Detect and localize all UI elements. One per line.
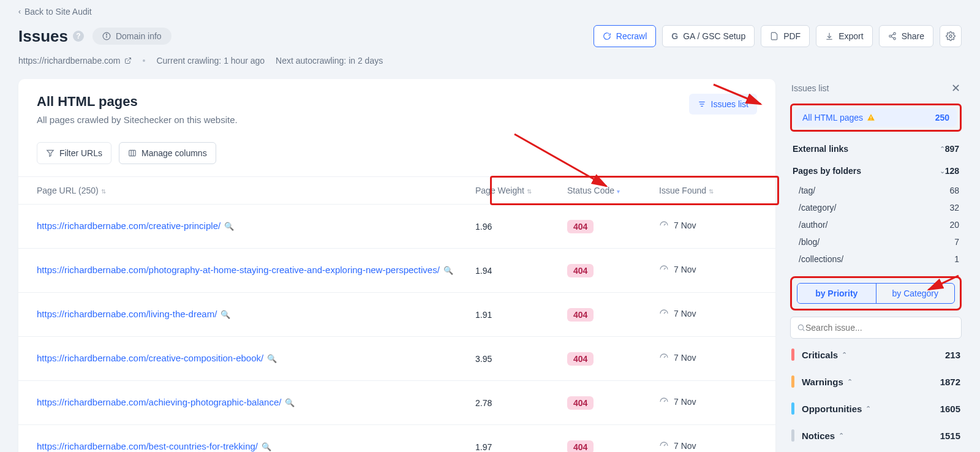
inspect-icon[interactable]: 🔍 bbox=[285, 398, 295, 407]
sidebar-item-external-links[interactable]: External links ⌃ 897 bbox=[790, 138, 962, 160]
status-code-badge: 404 bbox=[567, 352, 594, 366]
filter-urls-label: Filter URLs bbox=[59, 148, 102, 158]
page-weight-cell: 1.91 bbox=[475, 310, 567, 320]
category-color-bar bbox=[791, 348, 794, 361]
inspect-icon[interactable]: 🔍 bbox=[221, 310, 230, 319]
folder-item[interactable]: /tag/68 bbox=[796, 182, 962, 199]
page-url-link[interactable]: https://richardbernabe.com/creative-prin… bbox=[37, 220, 221, 231]
issue-found-date: 7 Nov bbox=[674, 309, 696, 318]
folder-label: /tag/ bbox=[799, 186, 815, 195]
folder-item[interactable]: /blog/7 bbox=[796, 233, 962, 250]
help-icon[interactable]: ? bbox=[73, 31, 84, 42]
page-weight-cell: 1.96 bbox=[475, 222, 567, 232]
chevron-up-icon: ⌃ bbox=[847, 378, 853, 386]
inspect-icon[interactable]: 🔍 bbox=[443, 266, 453, 275]
folder-count: 68 bbox=[949, 186, 959, 195]
recrawl-button[interactable]: Recrawl bbox=[594, 25, 657, 47]
table-header: Page URL (250)⇅ Page Weight⇅ Status Code… bbox=[18, 176, 775, 204]
pdf-button[interactable]: PDF bbox=[761, 25, 810, 47]
chevron-up-icon: ⌃ bbox=[865, 405, 871, 413]
inspect-icon[interactable]: 🔍 bbox=[262, 442, 271, 451]
column-weight-label: Page Weight bbox=[475, 186, 524, 195]
sidebar-title: Issues list bbox=[791, 83, 829, 93]
pages-by-folders-label: Pages by folders bbox=[793, 166, 936, 176]
column-page-url-label: Page URL (250) bbox=[37, 186, 99, 195]
list-icon bbox=[698, 100, 706, 108]
gauge-icon bbox=[659, 220, 669, 230]
folder-item[interactable]: /collections/1 bbox=[796, 250, 962, 268]
search-issue-input[interactable] bbox=[805, 323, 955, 333]
category-item[interactable]: Opportunities⌃1605 bbox=[790, 397, 962, 420]
separator-dot: • bbox=[143, 56, 146, 66]
tab-by-priority[interactable]: by Priority bbox=[797, 284, 876, 303]
all-html-pages-count: 250 bbox=[935, 113, 949, 122]
external-link-icon bbox=[124, 57, 132, 64]
category-count: 1515 bbox=[940, 431, 960, 441]
category-item[interactable]: Notices⌃1515 bbox=[790, 424, 962, 446]
table-row[interactable]: https://richardbernabe.com/best-countrie… bbox=[18, 424, 775, 452]
folder-count: 7 bbox=[954, 237, 959, 247]
folder-count: 20 bbox=[949, 220, 959, 230]
status-code-badge: 404 bbox=[567, 396, 594, 410]
back-link-label: Back to Site Audit bbox=[24, 7, 92, 17]
pdf-label: PDF bbox=[783, 31, 801, 41]
close-sidebar-button[interactable]: ✕ bbox=[951, 81, 960, 95]
column-page-url[interactable]: Page URL (250)⇅ bbox=[37, 186, 475, 195]
issue-found-date: 7 Nov bbox=[674, 353, 696, 363]
manage-columns-button[interactable]: Manage columns bbox=[119, 142, 216, 164]
share-button[interactable]: Share bbox=[879, 25, 933, 47]
table-row[interactable]: https://richardbernabe.com/creative-prin… bbox=[18, 204, 775, 248]
export-button[interactable]: Export bbox=[816, 25, 872, 47]
column-issue-found[interactable]: Issue Found⇅ bbox=[659, 186, 757, 195]
settings-button[interactable] bbox=[940, 25, 962, 47]
svg-line-27 bbox=[803, 330, 805, 331]
table-row[interactable]: https://richardbernabe.com/photography-a… bbox=[18, 248, 775, 292]
page-url-link[interactable]: https://richardbernabe.com/photography-a… bbox=[37, 265, 440, 275]
pages-by-folders-count: 128 bbox=[945, 166, 959, 176]
content-panel: All HTML pages All pages crawled by Site… bbox=[18, 79, 775, 452]
back-to-site-audit-link[interactable]: ‹ Back to Site Audit bbox=[18, 7, 92, 17]
column-page-weight[interactable]: Page Weight⇅ bbox=[475, 186, 567, 195]
issues-list-button[interactable]: Issues list bbox=[689, 94, 757, 115]
share-label: Share bbox=[902, 31, 924, 41]
table-row[interactable]: https://richardbernabe.com/achieving-pho… bbox=[18, 380, 775, 424]
filter-urls-button[interactable]: Filter URLs bbox=[37, 142, 111, 164]
svg-point-26 bbox=[798, 325, 803, 330]
table-row[interactable]: https://richardbernabe.com/creative-comp… bbox=[18, 336, 775, 380]
gauge-icon bbox=[659, 441, 669, 451]
column-status-label: Status Code bbox=[567, 186, 614, 195]
sidebar-item-all-html-pages[interactable]: All HTML pages 250 bbox=[795, 108, 957, 127]
site-url-link[interactable]: https://richardbernabe.com bbox=[18, 56, 132, 66]
chevron-up-icon: ⌃ bbox=[940, 145, 945, 153]
external-links-label: External links bbox=[793, 144, 936, 154]
gauge-icon bbox=[659, 397, 669, 407]
search-issue-field[interactable] bbox=[790, 317, 962, 339]
ga-gsc-button[interactable]: G GA / GSC Setup bbox=[662, 25, 755, 47]
inspect-icon[interactable]: 🔍 bbox=[267, 354, 277, 363]
category-item[interactable]: Criticals⌃213 bbox=[790, 344, 962, 366]
status-code-badge: 404 bbox=[567, 264, 594, 277]
page-weight-cell: 1.94 bbox=[475, 266, 567, 276]
page-weight-cell: 2.78 bbox=[475, 398, 567, 408]
column-status-code[interactable]: Status Code▾ bbox=[567, 186, 659, 195]
sidebar-item-pages-by-folders[interactable]: Pages by folders ⌄ 128 bbox=[790, 160, 962, 182]
tab-by-category[interactable]: by Category bbox=[876, 284, 955, 303]
page-url-link[interactable]: https://richardbernabe.com/best-countrie… bbox=[37, 441, 258, 451]
download-icon bbox=[825, 32, 834, 40]
annotation-highlight-all-html: All HTML pages 250 bbox=[790, 104, 962, 132]
status-code-badge: 404 bbox=[567, 308, 594, 322]
page-url-link[interactable]: https://richardbernabe.com/creative-comp… bbox=[37, 353, 263, 363]
svg-line-7 bbox=[891, 37, 894, 38]
page-url-link[interactable]: https://richardbernabe.com/achieving-pho… bbox=[37, 397, 281, 407]
folder-item[interactable]: /author/20 bbox=[796, 216, 962, 233]
current-crawling-text: Current crawling: 1 hour ago bbox=[156, 56, 265, 66]
page-weight-cell: 1.97 bbox=[475, 442, 567, 452]
table-row[interactable]: https://richardbernabe.com/living-the-dr… bbox=[18, 292, 775, 336]
domain-info-chip[interactable]: Domain info bbox=[92, 28, 172, 45]
page-url-link[interactable]: https://richardbernabe.com/living-the-dr… bbox=[37, 309, 217, 319]
inspect-icon[interactable]: 🔍 bbox=[224, 222, 234, 231]
category-item[interactable]: Warnings⌃1872 bbox=[790, 371, 962, 393]
external-links-count: 897 bbox=[945, 144, 959, 154]
folder-item[interactable]: /category/32 bbox=[796, 199, 962, 216]
svg-point-3 bbox=[893, 32, 895, 35]
